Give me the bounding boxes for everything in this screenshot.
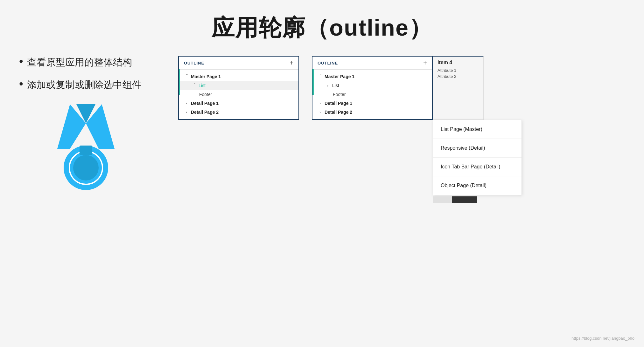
outline-item-detail-page-2-2[interactable]: › Detail Page 2 [312,108,432,117]
dropdown-item-object-page[interactable]: Object Page (Detail) [433,176,522,195]
outline-header-2: OUTLINE + [312,57,432,70]
outline-item-label: Master Page 1 [191,74,221,79]
chevron-icon: › [318,110,323,115]
teal-bar [179,81,180,90]
attribute-panel: Item 4 Attribute 1 Attribute 2 [433,56,484,120]
outline-item-list-1[interactable]: › List [179,81,298,90]
scrollbar-track [433,196,452,203]
outline-item-label: Master Page 1 [325,74,354,79]
panels-area: OUTLINE + › Master Page 1 › List [178,56,644,203]
outline-item-footer-1[interactable]: Footer [179,90,298,99]
outline-item-footer-2[interactable]: Footer [312,90,432,99]
outline-item-detail-1[interactable]: › Detail Page 1 [179,99,298,108]
outline-item-detail-2[interactable]: › Detail Page 2 [179,108,298,117]
medal-icon [19,104,153,193]
dropdown-menu: List Page (Master) Responsive (Detail) I… [433,120,522,195]
outline-item-label: Detail Page 2 [191,110,219,115]
attr-attribute-1: Attribute 1 [438,68,479,73]
chevron-icon: › [192,83,197,88]
scrollbar-area [433,196,477,203]
outline-body-2: › Master Page 1 › List [312,70,432,119]
chevron-icon: › [184,110,189,115]
outline-item-label: Detail Page 2 [325,110,352,115]
outline-item-label: Footer [333,92,346,97]
chevron-icon: › [318,74,323,79]
dropdown-item-list-page[interactable]: List Page (Master) [433,120,522,139]
outline-item-label: List [199,83,206,88]
outline-panel-2: OUTLINE + › Master Page 1 [312,56,433,120]
bullet-item-2: 添加或复制或删除选中组件 [19,78,153,92]
outline-item-list-2[interactable]: › List [312,81,432,90]
chevron-icon: › [184,74,189,79]
second-outline-wrapper: OUTLINE + › Master Page 1 [312,56,522,203]
outline-body-1: › Master Page 1 › List Footer › [179,70,298,119]
chevron-icon: › [184,101,189,106]
outline-item-label: Footer [199,92,212,97]
chevron-icon: › [318,101,323,106]
attr-attribute-2: Attribute 2 [438,74,479,79]
outline-item-master-page-2[interactable]: › Master Page 1 [312,72,432,81]
outline-add-button-2[interactable]: + [423,60,427,66]
outline-item-detail-page-1-2[interactable]: › Detail Page 1 [312,99,432,108]
dropdown-item-icon-tab[interactable]: Icon Tab Bar Page (Detail) [433,158,522,176]
left-panel: 查看原型应用的整体结构 添加或复制或删除选中组件 [19,56,153,193]
scrollbar-thumb [452,196,477,203]
outline-add-button-1[interactable]: + [290,60,293,66]
outline-item-label: Detail Page 1 [325,101,352,106]
bullet-item-1: 查看原型应用的整体结构 [19,56,153,69]
outline-item-label: List [332,83,339,88]
outline-label-1: OUTLINE [184,61,204,65]
svg-rect-6 [80,146,92,155]
attr-item-label: Item 4 [438,60,479,65]
outline-label-2: OUTLINE [318,61,338,65]
watermark: https://blog.csdn.net/jiangbao_pho [571,336,634,341]
page-title: 应用轮廓（outline） [0,0,644,56]
bullet-list: 查看原型应用的整体结构 添加或复制或删除选中组件 [19,56,153,92]
outline-item-master-page-1[interactable]: › Master Page 1 [179,72,298,81]
chevron-icon: › [325,83,330,88]
outline-item-label: Detail Page 1 [191,101,219,106]
outline-header-1: OUTLINE + [179,57,298,70]
outline-panel-1: OUTLINE + › Master Page 1 › List [178,56,299,120]
dropdown-item-responsive[interactable]: Responsive (Detail) [433,139,522,158]
svg-point-5 [73,155,99,180]
